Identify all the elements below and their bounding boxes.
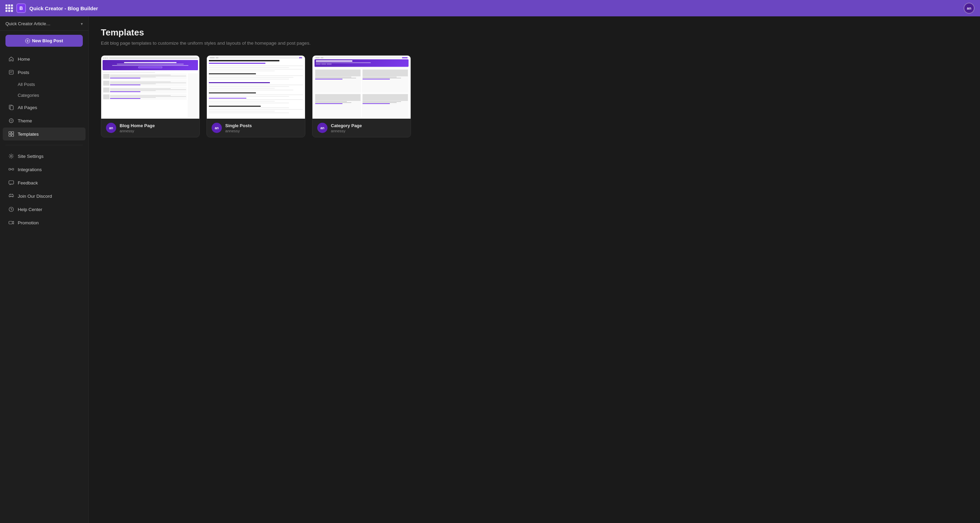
template-meta: Blog Home Page annessy [119,123,155,133]
workspace-name: Quick Creator Article… [5,21,51,26]
templates-grid: an Blog Home Page annessy New [101,55,968,137]
svg-point-13 [11,196,12,196]
chevron-down-icon: ▾ [81,21,83,26]
sidebar-item-help[interactable]: Help Center [3,203,86,216]
promotion-icon [8,220,14,226]
plus-circle-icon [25,38,30,43]
template-preview-category-page [312,56,410,119]
sidebar-item-label: Promotion [18,220,39,225]
app-title: Quick Creator - Blog Builder [29,5,98,11]
sidebar-item-all-posts[interactable]: All Posts [3,79,86,90]
help-icon [8,206,14,212]
sidebar-item-label: All Pages [18,105,37,110]
svg-point-15 [11,210,11,211]
sidebar-item-home[interactable]: Home [3,53,86,65]
template-avatar: an [317,123,328,133]
templates-icon [8,131,14,137]
sidebar-item-label: Posts [18,70,29,75]
grid-icon[interactable] [5,5,13,12]
sidebar-workspace[interactable]: Quick Creator Article… ▾ [0,16,88,31]
svg-rect-5 [11,132,14,134]
app-layout: Quick Creator Article… ▾ New Blog Post H… [0,16,980,523]
template-footer-category-page: an Category Page annessy [312,119,410,137]
sidebar-item-label: Site Settings [18,154,44,159]
svg-rect-4 [9,132,11,134]
sidebar-item-categories[interactable]: Categories [3,90,86,100]
sidebar-item-posts[interactable]: Posts [3,66,86,79]
home-icon [8,56,14,62]
page-subtitle: Edit blog page templates to customize th… [101,41,968,46]
template-footer-single-posts: an Single Posts annessy [207,119,305,137]
template-author: annessy [331,129,362,133]
template-card-blog-home[interactable]: an Blog Home Page annessy [101,55,200,137]
template-preview-single-posts: New [207,56,305,119]
posts-icon [8,69,14,75]
svg-point-8 [11,155,12,157]
template-card-category-page[interactable]: an Category Page annessy [312,55,411,137]
svg-rect-7 [11,134,14,136]
sidebar-item-label: Templates [18,132,39,137]
svg-rect-11 [9,181,14,184]
svg-rect-3 [10,106,13,110]
template-name: Single Posts [225,123,252,128]
sidebar-item-site-settings[interactable]: Site Settings [3,150,86,163]
sidebar-divider [5,145,83,145]
template-card-single-posts[interactable]: New [207,55,305,137]
sidebar-item-label: Join Our Discord [18,194,52,199]
integrations-icon [8,166,14,172]
sidebar-item-promotion[interactable]: Promotion [3,216,86,229]
top-navigation: B Quick Creator - Blog Builder an [0,0,980,16]
sidebar-item-feedback[interactable]: Feedback [3,176,86,189]
svg-point-14 [9,207,14,212]
template-name: Blog Home Page [119,123,155,128]
main-content: Templates Edit blog page templates to cu… [89,16,980,523]
template-avatar: an [212,123,222,133]
svg-point-12 [10,196,11,196]
svg-rect-10 [12,168,14,170]
template-name: Category Page [331,123,362,128]
template-author: annessy [119,129,155,133]
page-title: Templates [101,27,968,38]
sidebar-item-label: Feedback [18,180,38,185]
sidebar-item-label: Integrations [18,167,42,172]
sidebar-item-all-pages[interactable]: All Pages [3,101,86,114]
sidebar-item-integrations[interactable]: Integrations [3,163,86,176]
template-avatar: an [106,123,116,133]
sidebar-item-theme[interactable]: Theme [3,114,86,127]
sidebar-item-templates[interactable]: Templates [3,128,86,140]
sidebar-bottom-nav: Site Settings Integrations [0,148,88,231]
new-post-button[interactable]: New Blog Post [5,35,83,47]
svg-rect-1 [9,70,13,74]
svg-rect-6 [9,134,11,136]
sidebar-item-discord[interactable]: Join Our Discord [3,190,86,203]
feedback-icon [8,180,14,186]
template-author: annessy [225,129,252,133]
sidebar-item-label: All Posts [18,82,35,87]
settings-icon [8,153,14,159]
sidebar-item-label: Categories [18,93,39,98]
user-avatar[interactable]: an [964,3,975,14]
discord-icon [8,193,14,199]
theme-icon [8,118,14,124]
sidebar-nav: Home Posts All Posts Categories [0,51,88,142]
sidebar-item-label: Theme [18,118,32,123]
svg-rect-9 [9,168,11,170]
pages-icon [8,104,14,110]
sidebar: Quick Creator Article… ▾ New Blog Post H… [0,16,89,523]
sidebar-item-label: Help Center [18,207,42,212]
template-meta: Single Posts annessy [225,123,252,133]
topnav-left: B Quick Creator - Blog Builder [5,3,98,13]
template-meta: Category Page annessy [331,123,362,133]
template-preview-blog-home [101,56,199,119]
svg-rect-16 [9,221,12,224]
app-logo: B [16,3,26,13]
template-footer-blog-home: an Blog Home Page annessy [101,119,199,137]
sidebar-item-label: Home [18,57,30,62]
